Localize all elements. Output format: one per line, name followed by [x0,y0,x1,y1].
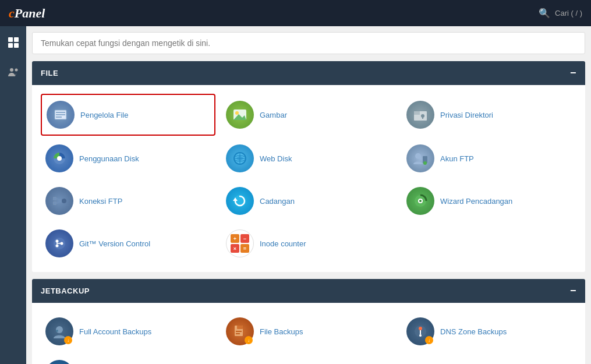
privasi-direktori-icon [406,101,434,129]
inode-counter-label[interactable]: Inode counter [260,239,306,248]
full-account-backups-icon: ↓ [45,317,73,345]
svg-rect-49 [236,331,242,332]
item-cadangan[interactable]: Cadangan [221,181,396,221]
item-penggunaan-disk[interactable]: Penggunaan Disk [41,139,215,178]
svg-rect-7 [56,112,65,113]
jetbackup-section-header: JETBACKUP − [32,279,585,303]
item-gambar[interactable]: Gambar [221,94,396,136]
svg-point-52 [419,327,422,330]
logo-panel: Panel [15,6,45,20]
svg-point-32 [53,197,56,200]
file-backup-badge: ↓ [245,336,253,344]
dns-zone-backups-icon: ↓ [406,317,434,345]
svg-point-34 [62,199,66,203]
svg-point-24 [415,153,421,159]
svg-rect-48 [237,326,243,329]
item-database-backups[interactable]: ↓ Database Backups [41,354,215,364]
svg-point-46 [56,330,58,332]
jetbackup-section-toggle[interactable]: − [570,285,576,297]
akun-ftp-label[interactable]: Akun FTP [440,154,474,163]
item-inode-counter[interactable]: + − × = Inode counter [221,224,396,263]
item-web-disk[interactable]: Web Disk [221,139,396,178]
header: cPanel 🔍 Cari ( / ) [0,0,591,26]
file-backups-label[interactable]: File Backups [260,327,303,336]
svg-line-30 [56,199,62,201]
svg-rect-50 [236,333,240,334]
full-account-backups-label[interactable]: Full Account Backups [79,327,151,336]
header-search-label: Cari ( / ) [555,9,582,17]
file-section-toggle[interactable]: − [570,67,576,79]
main-layout: FILE − Pengelola File [0,26,591,364]
item-dns-zone-backups[interactable]: ↓ DNS Zone Backups [402,312,576,351]
svg-rect-8 [56,114,65,115]
svg-rect-0 [8,37,13,42]
svg-line-31 [56,201,62,203]
file-section-body: Pengelola File Gambar [32,85,585,272]
gambar-icon [226,101,254,129]
svg-point-54 [419,334,422,337]
search-icon: 🔍 [539,8,550,19]
svg-point-11 [235,111,239,115]
sidebar [0,26,26,364]
cadangan-icon [226,187,254,215]
sidebar-users-icon[interactable] [3,62,24,86]
wizard-pencadangan-label[interactable]: Wizard Pencadangan [440,197,512,206]
header-search-area: 🔍 Cari ( / ) [539,8,582,19]
sidebar-grid-icon[interactable] [3,32,24,56]
web-disk-icon [226,144,254,172]
svg-rect-14 [414,111,420,115]
wizard-pencadangan-icon [406,187,434,215]
svg-point-5 [15,69,17,72]
database-backups-icon: ↓ [45,360,73,364]
penggunaan-disk-icon [45,144,73,172]
item-koneksi-ftp[interactable]: Koneksi FTP [41,181,215,221]
full-backup-badge: ↓ [64,336,72,344]
svg-point-18 [57,156,62,161]
web-disk-label[interactable]: Web Disk [260,154,292,163]
gambar-label[interactable]: Gambar [260,111,287,119]
svg-point-4 [10,68,13,72]
pengelola-file-label[interactable]: Pengelola File [80,111,128,119]
dns-backup-badge: ↓ [425,336,433,344]
file-section-header: FILE − [32,61,585,85]
svg-point-33 [53,202,56,205]
jetbackup-section-title: JETBACKUP [41,287,90,295]
jetbackup-section-body: ↓ Full Account Backups ↓ [32,303,585,364]
cadangan-label[interactable]: Cadangan [260,197,295,206]
item-file-backups[interactable]: ↓ File Backups [221,312,396,351]
svg-point-42 [56,245,59,248]
privasi-direktori-label[interactable]: Privasi Direktori [440,111,493,119]
file-backups-icon: ↓ [226,317,254,345]
item-full-account-backups[interactable]: ↓ Full Account Backups [41,312,215,351]
svg-rect-3 [14,43,19,48]
cpanel-logo: cPanel [9,6,45,21]
item-akun-ftp[interactable]: Akun FTP [402,139,576,178]
koneksi-ftp-label[interactable]: Koneksi FTP [79,197,122,206]
svg-rect-2 [8,43,13,48]
svg-rect-16 [422,116,423,119]
pengelola-file-icon [47,101,75,129]
content-area: FILE − Pengelola File [26,26,591,364]
item-wizard-pencadangan[interactable]: Wizard Pencadangan [402,181,576,221]
item-privasi-direktori[interactable]: Privasi Direktori [402,94,576,136]
svg-point-41 [56,240,59,243]
akun-ftp-icon [406,144,434,172]
item-pengelola-file[interactable]: Pengelola File [41,94,215,136]
git-version-control-icon [45,229,73,257]
file-section: FILE − Pengelola File [32,61,585,272]
svg-rect-9 [56,116,62,118]
search-input[interactable] [32,32,585,54]
dns-zone-backups-label[interactable]: DNS Zone Backups [440,327,507,336]
git-version-control-label[interactable]: Git™ Version Control [79,239,150,248]
inode-counter-icon: + − × = [226,229,254,257]
koneksi-ftp-icon [45,187,73,215]
svg-point-26 [423,161,427,165]
jetbackup-section: JETBACKUP − ↓ Full Account Backups [32,279,585,364]
logo-c: c [9,6,15,20]
item-git-version-control[interactable]: Git™ Version Control [41,224,215,263]
svg-point-39 [419,200,422,202]
svg-rect-1 [14,37,19,42]
penggunaan-disk-label[interactable]: Penggunaan Disk [79,154,139,163]
file-section-title: FILE [41,69,58,77]
svg-point-45 [56,326,63,333]
